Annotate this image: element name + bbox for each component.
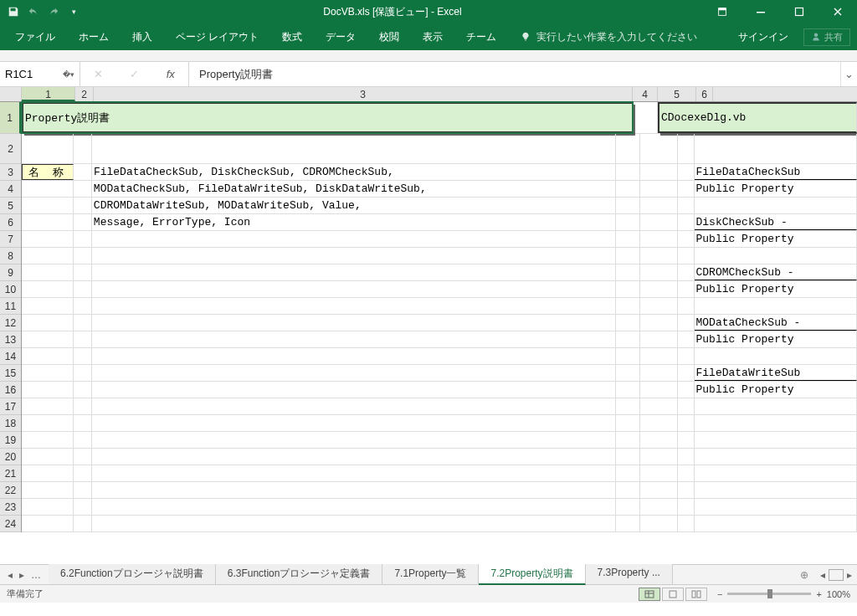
row-header[interactable]: 12 xyxy=(0,315,21,331)
cell[interactable] xyxy=(640,398,678,414)
cell[interactable]: MODataCheckSub, FileDataWriteSub, DiskDa… xyxy=(92,181,616,197)
row-header[interactable]: 23 xyxy=(0,499,21,516)
row-header[interactable]: 6 xyxy=(0,214,21,231)
sheet-tab[interactable]: 6.2Functionプロシージャ説明書 xyxy=(49,564,216,585)
cell[interactable] xyxy=(695,348,857,364)
cell[interactable] xyxy=(22,415,74,431)
row-header[interactable]: 13 xyxy=(0,331,21,348)
cell[interactable] xyxy=(74,181,92,197)
cell[interactable] xyxy=(22,198,74,213)
cell[interactable] xyxy=(640,348,678,364)
tab-file[interactable]: ファイル xyxy=(3,23,67,50)
cell[interactable] xyxy=(92,482,616,498)
cell[interactable] xyxy=(695,198,857,213)
row-header[interactable]: 24 xyxy=(0,516,21,532)
cell[interactable] xyxy=(616,248,640,264)
row-header[interactable]: 4 xyxy=(0,181,21,198)
cell[interactable] xyxy=(74,516,92,531)
cell[interactable] xyxy=(640,331,678,347)
cell[interactable] xyxy=(678,181,695,197)
view-pagelayout-icon[interactable] xyxy=(662,588,684,601)
cell[interactable] xyxy=(74,231,92,247)
cell[interactable] xyxy=(74,499,92,515)
cell[interactable] xyxy=(640,499,678,515)
cell[interactable] xyxy=(74,365,92,381)
chevron-down-icon[interactable]: �▾ xyxy=(63,70,74,79)
add-sheet-icon[interactable]: ⊕ xyxy=(793,569,815,581)
zoom-in-icon[interactable]: + xyxy=(816,589,821,599)
row-header[interactable]: 19 xyxy=(0,432,21,449)
tab-team[interactable]: チーム xyxy=(454,23,508,50)
row-header[interactable]: 15 xyxy=(0,365,21,382)
cell[interactable] xyxy=(695,516,857,531)
cell[interactable] xyxy=(640,382,678,398)
cell[interactable] xyxy=(678,134,695,163)
cell[interactable] xyxy=(678,281,695,297)
cell[interactable] xyxy=(74,415,92,431)
cell[interactable] xyxy=(640,231,678,247)
cell[interactable]: FileDataWriteSub xyxy=(695,365,857,381)
select-all-corner[interactable] xyxy=(0,87,22,101)
formula-expand-icon[interactable]: ⌄ xyxy=(840,62,857,86)
sheet-tab-active[interactable]: 7.2Property説明書 xyxy=(479,564,585,585)
cell[interactable] xyxy=(695,449,857,465)
cell[interactable] xyxy=(616,432,640,448)
cell[interactable] xyxy=(616,482,640,498)
cell[interactable] xyxy=(678,198,695,213)
row-header[interactable]: 7 xyxy=(0,231,21,248)
cell[interactable] xyxy=(22,382,74,398)
sheet-tab[interactable]: 7.1Property一覧 xyxy=(382,564,479,585)
cell[interactable] xyxy=(74,281,92,297)
cell[interactable] xyxy=(22,499,74,515)
cell[interactable] xyxy=(678,315,695,331)
cell[interactable] xyxy=(22,365,74,381)
cell[interactable] xyxy=(92,499,616,515)
cell[interactable] xyxy=(92,231,616,247)
cell[interactable] xyxy=(616,281,640,297)
cell[interactable] xyxy=(640,315,678,331)
cell[interactable] xyxy=(92,264,616,280)
cell[interactable]: FileDataCheckSub, DiskCheckSub, CDROMChe… xyxy=(92,164,616,180)
fx-icon[interactable]: fx xyxy=(167,68,175,80)
cell[interactable] xyxy=(74,134,92,163)
row-header[interactable]: 18 xyxy=(0,415,21,432)
cell[interactable] xyxy=(616,315,640,331)
cell[interactable] xyxy=(678,331,695,347)
cell[interactable] xyxy=(616,415,640,431)
row-header[interactable]: 5 xyxy=(0,198,21,214)
cell[interactable] xyxy=(22,214,74,230)
cell[interactable] xyxy=(695,432,857,448)
cell[interactable] xyxy=(92,134,616,163)
zoom-out-icon[interactable]: − xyxy=(717,589,722,599)
save-icon[interactable] xyxy=(5,3,22,20)
cell[interactable] xyxy=(22,315,74,331)
row-header[interactable]: 3 xyxy=(0,164,21,181)
cell[interactable] xyxy=(695,398,857,414)
cell[interactable] xyxy=(74,348,92,364)
cell[interactable] xyxy=(22,248,74,264)
cell[interactable] xyxy=(92,331,616,347)
cell[interactable] xyxy=(74,465,92,481)
title-cell-left[interactable]: Property説明書 xyxy=(22,102,633,133)
cell[interactable] xyxy=(74,482,92,498)
cell[interactable] xyxy=(640,281,678,297)
zoom-slider[interactable] xyxy=(727,593,811,595)
cell[interactable] xyxy=(640,482,678,498)
signin-button[interactable]: サインイン xyxy=(730,23,797,50)
row-header[interactable]: 17 xyxy=(0,398,21,415)
cell[interactable] xyxy=(678,248,695,264)
tab-insert[interactable]: 挿入 xyxy=(121,23,164,50)
cell[interactable] xyxy=(22,348,74,364)
cell[interactable] xyxy=(640,365,678,381)
cell[interactable] xyxy=(616,214,640,230)
view-normal-icon[interactable] xyxy=(639,588,660,601)
cell[interactable]: Public Property xyxy=(695,281,857,297)
row-header[interactable]: 1 xyxy=(0,102,21,134)
undo-icon[interactable] xyxy=(25,3,42,20)
scroll-left-icon[interactable]: ◂ xyxy=(820,569,825,581)
cell[interactable] xyxy=(640,164,678,180)
cell[interactable] xyxy=(22,482,74,498)
cell[interactable] xyxy=(74,248,92,264)
cell[interactable]: FileDataCheckSub xyxy=(695,164,857,180)
cell[interactable]: CDROMDataWriteSub, MODataWriteSub, Value… xyxy=(92,198,616,213)
